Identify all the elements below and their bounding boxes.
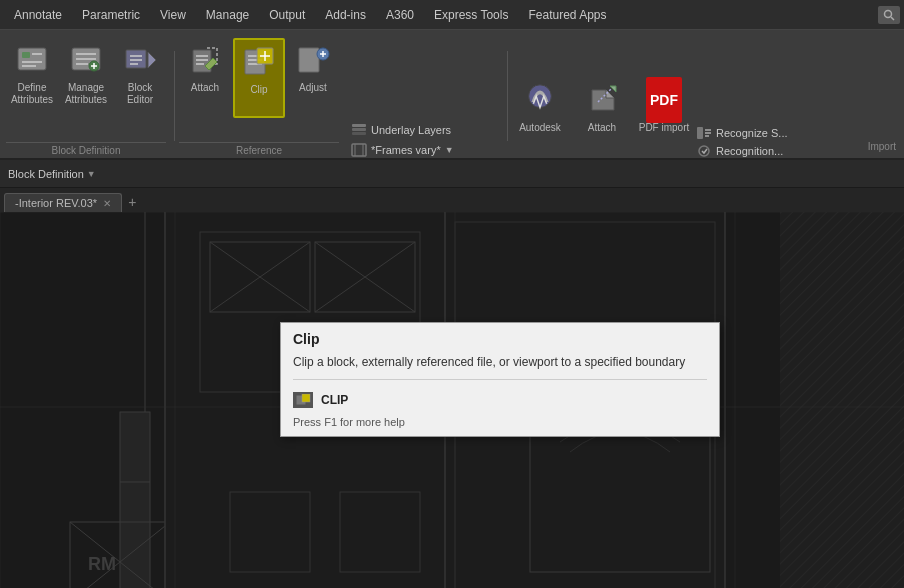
frames-vary-btn[interactable]: *Frames vary* ▼ (347, 142, 503, 158)
menu-view[interactable]: View (150, 0, 196, 30)
define-attributes-button[interactable]: Define Attributes (6, 38, 58, 118)
right-ribbon-group: Autodesk Attach PDF (512, 72, 692, 158)
tooltip-title: Clip (293, 331, 707, 347)
menu-manage[interactable]: Manage (196, 0, 259, 30)
underlay-layers-label: Underlay Layers (371, 124, 451, 136)
search-icon[interactable] (878, 6, 900, 24)
adjust-button[interactable]: Adjust (287, 38, 339, 118)
tab-bar: -Interior REV.03* ✕ + (0, 188, 904, 212)
separator-1 (174, 51, 175, 141)
clip-button[interactable]: Clip (233, 38, 285, 118)
svg-rect-84 (302, 394, 310, 402)
clip-label: Clip (250, 84, 267, 96)
attach-icon (187, 42, 223, 78)
clip-icon (241, 44, 277, 80)
ribbon-buttons-reference: Attach Clip (179, 34, 339, 142)
svg-marker-42 (610, 86, 616, 92)
attach-right-button[interactable]: Attach (576, 78, 628, 158)
attach-right-icon (584, 82, 620, 118)
block-editor-label: Block Editor (116, 82, 164, 106)
layers-icon (351, 123, 367, 137)
menu-parametric[interactable]: Parametric (72, 0, 150, 30)
frames-dropdown-icon: ▼ (445, 145, 454, 155)
autodesk-btn-group: Autodesk (512, 78, 568, 158)
separator-2 (507, 51, 508, 141)
define-attr-icon (14, 42, 50, 78)
svg-rect-35 (352, 124, 366, 127)
block-editor-icon (122, 42, 158, 78)
pdf-icon-box: PDF (646, 77, 682, 123)
menu-a360[interactable]: A360 (376, 0, 424, 30)
define-attr-label: Define Attributes (8, 82, 56, 106)
tooltip-footer: CLIP Press F1 for more help (281, 384, 719, 436)
pdf-label: PDF import (639, 122, 690, 134)
pdf-import-button[interactable]: PDF PDF import (636, 78, 692, 158)
tab-label: -Interior REV.03* (15, 197, 97, 209)
recognize-s-label: Recognize S... (716, 127, 788, 139)
ribbon-buttons-block: Define Attributes Manage Attributes (6, 34, 166, 142)
tooltip-header: Clip Clip a block, externally referenced… (281, 323, 719, 384)
attach-label: Attach (191, 82, 219, 94)
svg-rect-14 (126, 50, 146, 68)
autodesk-button[interactable]: Autodesk (512, 78, 568, 158)
recognition-label: Recognition... (716, 145, 783, 157)
autodesk-icon (522, 82, 558, 118)
manage-attributes-button[interactable]: Manage Attributes (60, 38, 112, 118)
block-editor-button[interactable]: Block Editor (114, 38, 166, 118)
tooltip-content: CLIP Press F1 for more help (293, 392, 405, 428)
tab-interior[interactable]: -Interior REV.03* ✕ (4, 193, 122, 212)
block-def-dropdown[interactable]: Block Definition ▼ (8, 168, 96, 180)
ribbon-group-block-definition: Define Attributes Manage Attributes (6, 34, 166, 158)
tooltip-popup: Clip Clip a block, externally referenced… (280, 322, 720, 437)
underlay-group: Underlay Layers *Frames vary* ▼ (343, 116, 503, 158)
import-label: Import (868, 136, 896, 154)
svg-rect-3 (22, 52, 30, 58)
svg-rect-38 (352, 144, 366, 156)
svg-line-1 (891, 17, 894, 20)
recognize-s-row: Recognize S... (696, 126, 788, 140)
adjust-icon (295, 42, 331, 78)
attach-right-group: Attach (576, 78, 628, 158)
tab-add-button[interactable]: + (122, 192, 142, 212)
frames-label: *Frames vary* (371, 144, 441, 156)
block-def-bar: Block Definition ▼ (0, 160, 904, 188)
tooltip-help-text: Press F1 for more help (293, 416, 405, 428)
recognize-section: Recognize S... Recognition... (692, 120, 788, 158)
manage-attr-label: Manage Attributes (62, 82, 110, 106)
recognize-icon (696, 126, 712, 140)
svg-rect-37 (352, 132, 366, 135)
menu-addins[interactable]: Add-ins (315, 0, 376, 30)
tab-close-icon[interactable]: ✕ (103, 198, 111, 209)
svg-marker-15 (148, 52, 156, 68)
tooltip-description: Clip a block, externally referenced file… (293, 353, 707, 380)
block-definition-section-label: Block Definition (6, 142, 166, 158)
recognition-row: Recognition... (696, 144, 788, 158)
clip-small-icon (293, 392, 313, 408)
menu-output[interactable]: Output (259, 0, 315, 30)
manage-attr-icon (68, 42, 104, 78)
attach-button[interactable]: Attach (179, 38, 231, 118)
autodesk-label: Autodesk (519, 122, 561, 134)
pdf-icon: PDF (646, 82, 682, 118)
pdf-import-group: PDF PDF import (636, 78, 692, 158)
canvas-area: RM RM (0, 212, 904, 588)
svg-rect-43 (697, 127, 703, 139)
frames-icon (351, 143, 367, 157)
svg-text:RM: RM (88, 554, 116, 574)
tooltip-command-label: CLIP (321, 393, 348, 407)
underlay-layers-btn[interactable]: Underlay Layers (347, 122, 503, 138)
svg-point-41 (529, 85, 552, 108)
block-def-dropdown-icon: ▼ (87, 169, 96, 179)
ribbon-group-reference: Attach Clip (179, 34, 339, 158)
block-def-bar-label: Block Definition (8, 168, 84, 180)
menu-annotate[interactable]: Annotate (4, 0, 72, 30)
ribbon: Define Attributes Manage Attributes (0, 30, 904, 160)
menu-express-tools[interactable]: Express Tools (424, 0, 518, 30)
svg-rect-52 (120, 412, 150, 588)
svg-point-0 (885, 10, 892, 17)
menu-featured-apps[interactable]: Featured Apps (518, 0, 616, 30)
recognition-icon (696, 144, 712, 158)
svg-point-47 (699, 146, 709, 156)
adjust-label: Adjust (299, 82, 327, 94)
menu-bar: Annotate Parametric View Manage Output A… (0, 0, 904, 30)
